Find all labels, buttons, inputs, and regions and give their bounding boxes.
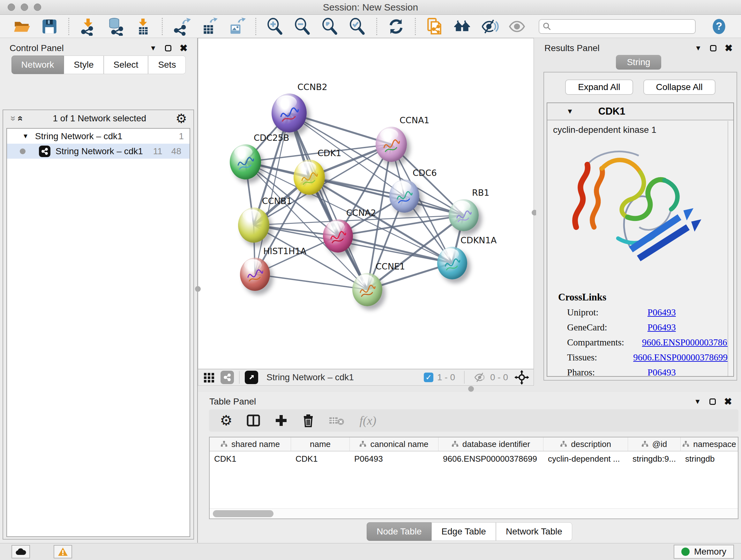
panel-menu-icon[interactable]: ▼ xyxy=(150,44,157,52)
table-cell[interactable]: CDK1 xyxy=(291,451,350,466)
scrollbar-thumb[interactable] xyxy=(213,510,273,517)
expand-all-icon[interactable]: « xyxy=(15,116,26,121)
float-panel-icon[interactable] xyxy=(165,45,172,51)
zoom-selected-button[interactable] xyxy=(348,17,367,36)
tab-network-table[interactable]: Network Table xyxy=(496,522,572,541)
close-panel-icon[interactable]: ✖ xyxy=(724,396,732,407)
export-network-button[interactable] xyxy=(172,17,191,36)
import-table-file-button[interactable] xyxy=(134,17,152,36)
search-input[interactable] xyxy=(551,21,692,31)
network-row[interactable]: String Network – cdk1 11 48 xyxy=(7,144,190,159)
network-view-type-icon[interactable] xyxy=(220,371,234,384)
zoom-out-button[interactable] xyxy=(293,17,312,36)
column-header-description[interactable]: description xyxy=(543,437,628,451)
crosslink-link[interactable]: P06493 xyxy=(648,367,676,376)
close-panel-icon[interactable]: ✖ xyxy=(180,43,188,54)
node-CCNB2[interactable] xyxy=(272,94,307,132)
panel-menu-icon[interactable]: ▼ xyxy=(695,44,702,52)
edge-HIST1H1A-CCNE1[interactable] xyxy=(255,274,367,290)
duplicate-network-button[interactable] xyxy=(425,17,444,36)
memory-button[interactable]: Memory xyxy=(674,545,734,559)
show-all-button[interactable] xyxy=(508,17,526,36)
tab-select[interactable]: Select xyxy=(104,56,148,74)
zoom-fit-button[interactable] xyxy=(321,17,339,36)
entry-scrollbar[interactable] xyxy=(728,121,733,376)
network-collection-row[interactable]: ▼ String Network – cdk1 1 xyxy=(7,129,190,144)
entry-header[interactable]: ▼ CDK1 xyxy=(547,103,733,120)
import-network-file-button[interactable] xyxy=(79,17,97,36)
node-CCNB1[interactable] xyxy=(238,207,269,243)
panel-menu-icon[interactable]: ▼ xyxy=(694,397,701,406)
network-options-gear-icon[interactable]: ⚙ xyxy=(176,112,187,125)
table-cell[interactable]: stringdb xyxy=(681,451,738,466)
column-header-namespace[interactable]: namespace xyxy=(681,437,738,451)
tab-edge-table[interactable]: Edge Table xyxy=(431,522,496,541)
entry-expander-icon[interactable]: ▼ xyxy=(566,107,574,116)
column-header-shared-name[interactable]: shared name xyxy=(210,437,291,451)
network-canvas[interactable]: CCNB2CCNA1CDC25BCDK1CDC6RB1CCNB1CCNA2CDK… xyxy=(198,38,534,369)
node-CDC6[interactable] xyxy=(389,179,419,212)
first-neighbors-button[interactable] xyxy=(453,17,471,36)
crosslink-link[interactable]: P06493 xyxy=(648,322,676,333)
bottom-splitter-handle[interactable] xyxy=(468,386,474,392)
add-column-icon[interactable] xyxy=(274,414,288,427)
grid-view-icon[interactable] xyxy=(203,371,215,384)
warnings-button[interactable] xyxy=(54,545,72,558)
tab-string[interactable]: String xyxy=(616,55,661,70)
export-image-button[interactable] xyxy=(227,17,246,36)
left-splitter-handle[interactable] xyxy=(195,286,201,292)
crosslink-link[interactable]: 9606.ENSP00000378699 xyxy=(642,337,728,348)
open-session-button[interactable] xyxy=(13,17,31,36)
maximize-window-icon[interactable] xyxy=(34,3,41,11)
table-cell[interactable]: P06493 xyxy=(350,451,439,466)
search-box[interactable] xyxy=(539,19,696,34)
expand-all-button[interactable]: Expand All xyxy=(565,79,633,95)
edge-CCNB2-CCNE1[interactable] xyxy=(289,113,367,290)
close-window-icon[interactable] xyxy=(8,3,15,11)
tab-node-table[interactable]: Node Table xyxy=(367,522,431,541)
close-panel-icon[interactable]: ✖ xyxy=(725,43,733,54)
help-button[interactable]: ? xyxy=(710,17,728,36)
collection-expander-icon[interactable]: ▼ xyxy=(22,132,29,140)
cloud-status-button[interactable] xyxy=(11,545,30,558)
selected-checkbox-icon[interactable]: ✓ xyxy=(424,373,433,382)
node-HIST1H1A[interactable] xyxy=(240,258,270,291)
table-options-gear-icon[interactable]: ⚙ xyxy=(220,414,232,428)
node-RB1[interactable] xyxy=(449,199,479,231)
node-CDKN1A[interactable] xyxy=(437,247,467,279)
node-CCNA1[interactable] xyxy=(376,127,407,162)
minimize-window-icon[interactable] xyxy=(21,3,28,11)
column-header-name[interactable]: name xyxy=(291,437,350,451)
collapse-all-button[interactable]: Collapse All xyxy=(643,79,716,95)
hide-selected-button[interactable] xyxy=(480,17,499,36)
birds-eye-view-icon[interactable] xyxy=(245,371,258,384)
crosslink-link[interactable]: P06493 xyxy=(648,307,676,318)
save-session-button[interactable] xyxy=(40,17,59,36)
table-cell[interactable]: 9606.ENSP00000378699 xyxy=(439,451,543,466)
column-header-canonical-name[interactable]: canonical name xyxy=(350,437,439,451)
zoom-in-button[interactable] xyxy=(266,17,284,36)
center-view-crosshair-icon[interactable] xyxy=(515,370,529,385)
show-columns-icon[interactable] xyxy=(246,414,260,427)
import-network-database-button[interactable] xyxy=(106,17,125,36)
float-panel-icon[interactable] xyxy=(710,398,716,405)
tab-sets[interactable]: Sets xyxy=(148,56,186,74)
column-header-@id[interactable]: @id xyxy=(628,437,681,451)
tab-style[interactable]: Style xyxy=(64,56,104,74)
table-horizontal-scrollbar[interactable] xyxy=(210,508,738,518)
table-cell[interactable]: stringdb:9... xyxy=(628,451,681,466)
table-cell[interactable]: CDK1 xyxy=(210,451,291,466)
refresh-view-button[interactable] xyxy=(387,17,405,36)
column-header-database-identifier[interactable]: database identifier xyxy=(439,437,543,451)
node-CCNE1[interactable] xyxy=(352,273,382,306)
crosslink-link[interactable]: 9606.ENSP00000378699 xyxy=(633,352,728,363)
node-CCNA2[interactable] xyxy=(323,219,353,253)
float-panel-icon[interactable] xyxy=(710,45,717,51)
delete-column-trash-icon[interactable] xyxy=(302,414,315,428)
node-CDK1[interactable] xyxy=(293,160,325,195)
node-CDC25B[interactable] xyxy=(230,144,261,179)
table-row[interactable]: CDK1CDK1P064939606.ENSP00000378699cyclin… xyxy=(210,451,738,466)
export-table-button[interactable] xyxy=(200,17,218,36)
table-cell[interactable]: cyclin-dependent ... xyxy=(543,451,628,466)
tab-network[interactable]: Network xyxy=(11,56,64,74)
